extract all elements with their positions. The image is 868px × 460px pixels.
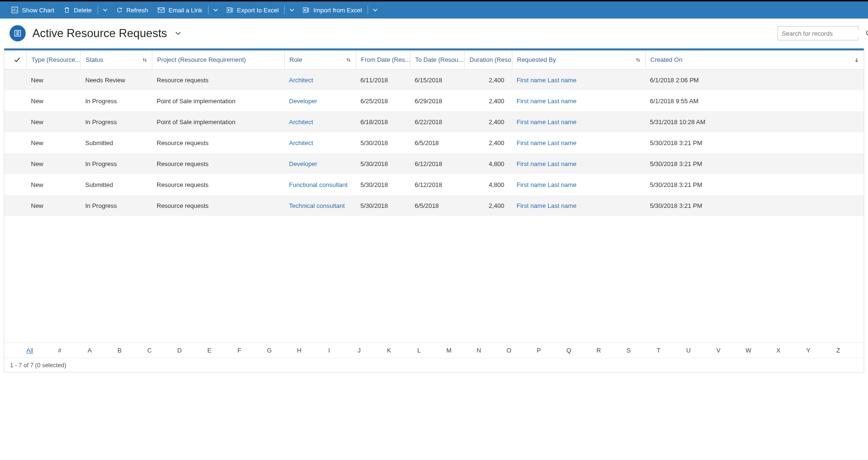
status-text: 1 - 7 of 7 (0 selected) (10, 362, 66, 369)
table-row[interactable]: NewIn ProgressResource requestsTechnical… (4, 195, 864, 216)
cell-requested-link[interactable]: First name Last name (512, 202, 645, 209)
alpha-filter-j[interactable]: J (344, 347, 374, 354)
cell-project: Resource requests (152, 181, 284, 188)
alpha-filter-i[interactable]: I (314, 347, 344, 354)
column-header-created[interactable]: Created On (645, 50, 864, 69)
alpha-filter-r[interactable]: R (584, 347, 614, 354)
table-row[interactable]: NewNeeds ReviewResource requestsArchitec… (4, 69, 864, 90)
alpha-filter-b[interactable]: B (105, 347, 135, 354)
email-link-button[interactable]: Email a Link (153, 1, 207, 19)
alpha-filter-o[interactable]: O (494, 347, 524, 354)
column-header-duration[interactable]: Duration (Reso... (464, 50, 512, 69)
table-row[interactable]: NewIn ProgressPoint of Sale implementati… (4, 90, 864, 111)
alpha-filter-f[interactable]: F (224, 347, 254, 354)
excel-import-icon (303, 7, 309, 13)
cell-role-link[interactable]: Functional consultant (284, 181, 356, 188)
column-header-to[interactable]: To Date (Resou... (410, 50, 464, 69)
show-chart-button[interactable]: Show Chart (7, 1, 59, 19)
view-selector-dropdown[interactable] (175, 30, 181, 37)
cell-requested-link[interactable]: First name Last name (512, 139, 645, 147)
cell-from: 6/11/2018 (356, 77, 410, 84)
column-header-role[interactable]: Role (284, 50, 356, 69)
cell-status: In Progress (80, 202, 152, 209)
import-dropdown[interactable] (369, 1, 381, 19)
cell-type: New (26, 202, 80, 209)
cell-created: 6/1/2018 9:55 AM (645, 98, 864, 105)
import-excel-label: Import from Excel (313, 7, 362, 14)
separator (284, 6, 285, 14)
delete-button[interactable]: Delete (59, 1, 97, 19)
search-input[interactable] (778, 30, 866, 37)
cell-type: New (26, 160, 80, 167)
cell-status: In Progress (80, 118, 152, 126)
search-icon[interactable] (866, 30, 868, 37)
cell-role-link[interactable]: Technical consultant (284, 202, 356, 209)
chart-icon (11, 7, 18, 13)
alpha-filter-a[interactable]: A (75, 347, 105, 354)
page-header: Active Resource Requests (0, 19, 868, 48)
table-row[interactable]: NewIn ProgressPoint of Sale implementati… (4, 111, 864, 132)
alpha-filter-n[interactable]: N (464, 347, 494, 354)
svg-rect-5 (231, 11, 233, 12)
import-excel-button[interactable]: Import from Excel (298, 1, 367, 19)
column-header-from[interactable]: From Date (Res... (356, 50, 410, 69)
cell-project: Resource requests (152, 77, 284, 84)
column-header-requested[interactable]: Requested By (512, 50, 645, 69)
alpha-filter-x[interactable]: X (763, 347, 793, 354)
email-icon (158, 7, 165, 13)
cell-created: 5/30/2018 3:21 PM (645, 202, 864, 209)
alpha-filter-u[interactable]: U (674, 347, 704, 354)
column-type-label: Type (Resource... (31, 56, 80, 63)
export-dropdown[interactable] (286, 1, 298, 19)
alpha-filter-g[interactable]: G (254, 347, 284, 354)
cell-role-link[interactable]: Architect (284, 118, 356, 126)
alpha-filter-t[interactable]: T (644, 347, 674, 354)
cell-project: Resource requests (152, 160, 284, 167)
column-header-project[interactable]: Project (Resource Requirement) (152, 50, 284, 69)
table-row[interactable]: NewSubmittedResource requestsFunctional … (4, 174, 864, 195)
alpha-filter-c[interactable]: C (135, 347, 165, 354)
email-dropdown[interactable] (210, 1, 222, 19)
select-all-checkbox[interactable] (8, 50, 26, 69)
svg-rect-3 (231, 8, 233, 9)
export-excel-label: Export to Excel (237, 7, 279, 14)
alpha-filter-s[interactable]: S (614, 347, 644, 354)
column-header-type[interactable]: Type (Resource... (26, 50, 80, 69)
sort-icon (343, 57, 351, 63)
alpha-filter-d[interactable]: D (164, 347, 194, 354)
search-box[interactable] (778, 26, 858, 40)
separator (98, 6, 98, 14)
export-excel-button[interactable]: Export to Excel (222, 1, 283, 19)
cell-role-link[interactable]: Developer (284, 160, 356, 167)
column-header-status[interactable]: Status (80, 50, 152, 69)
alpha-filter-p[interactable]: P (524, 347, 554, 354)
alpha-filter-v[interactable]: V (703, 347, 733, 354)
column-to-label: To Date (Resou... (415, 56, 463, 63)
refresh-button[interactable]: Refresh (111, 1, 153, 19)
alpha-filter-h[interactable]: H (284, 347, 314, 354)
cell-role-link[interactable]: Developer (284, 98, 356, 105)
alpha-filter-y[interactable]: Y (793, 347, 823, 354)
alpha-filter-e[interactable]: E (194, 347, 224, 354)
table-row[interactable]: NewSubmittedResource requestsArchitect5/… (4, 132, 864, 153)
alpha-filter-k[interactable]: K (374, 347, 404, 354)
alpha-filter-q[interactable]: Q (554, 347, 584, 354)
cell-requested-link[interactable]: First name Last name (512, 118, 645, 126)
column-created-label: Created On (650, 56, 682, 63)
alpha-filter-l[interactable]: L (404, 347, 434, 354)
cell-requested-link[interactable]: First name Last name (512, 77, 645, 84)
alpha-filter-z[interactable]: Z (823, 347, 853, 354)
cell-requested-link[interactable]: First name Last name (512, 98, 645, 105)
alpha-filter-#[interactable]: # (45, 347, 75, 354)
delete-dropdown[interactable] (99, 1, 111, 19)
cell-role-link[interactable]: Architect (284, 139, 356, 147)
alpha-filter-m[interactable]: M (434, 347, 464, 354)
alpha-filter-w[interactable]: W (733, 347, 763, 354)
table-row[interactable]: NewIn ProgressResource requestsDeveloper… (4, 153, 864, 174)
svg-rect-4 (231, 10, 233, 10)
cell-requested-link[interactable]: First name Last name (512, 160, 645, 167)
cell-requested-link[interactable]: First name Last name (512, 181, 645, 188)
cell-role-link[interactable]: Architect (284, 77, 356, 84)
refresh-label: Refresh (127, 7, 149, 14)
alpha-filter-all[interactable]: All (15, 347, 45, 354)
